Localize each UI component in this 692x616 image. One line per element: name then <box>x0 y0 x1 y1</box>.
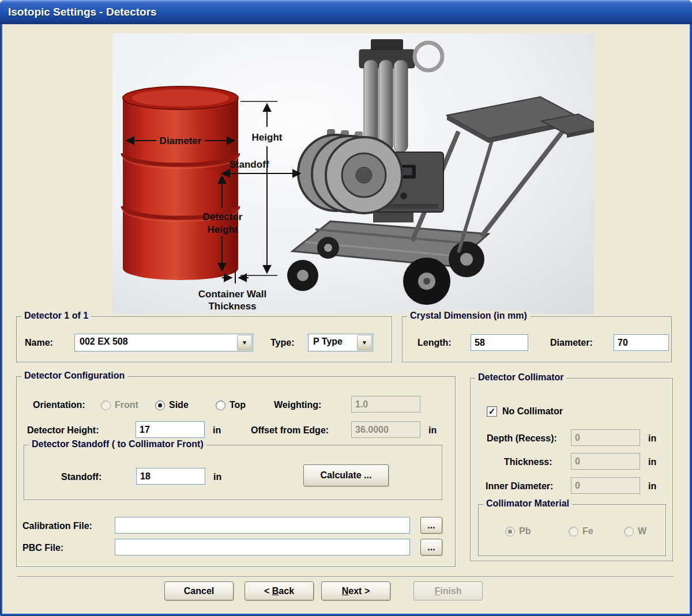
name-combobox-value: 002 EX 508 <box>75 334 236 351</box>
container-wall-label-line1: Container Wall <box>198 289 266 300</box>
detector-height-unit: in <box>213 425 221 436</box>
detector-height-label-line1: Detector <box>203 211 243 222</box>
name-combobox[interactable]: 002 EX 508 ▼ <box>74 334 253 352</box>
standoff-group-title: Detector Standoff ( to Collimator Front) <box>29 439 206 449</box>
calculate-button[interactable]: Calculate ... <box>303 464 389 486</box>
thickness-field <box>571 453 640 470</box>
back-button[interactable]: < Back <box>245 581 314 600</box>
detector-group-title: Detector 1 of 1 <box>21 311 91 321</box>
material-fe-label: Fe <box>582 526 593 536</box>
detector-height-label-line2: Height <box>208 224 238 235</box>
standoff-label: Standoff <box>230 159 269 170</box>
type-combobox[interactable]: P Type ▼ <box>308 334 373 352</box>
material-fe-radio <box>569 527 578 536</box>
next-button[interactable]: Next > <box>321 581 390 600</box>
diameter-label: Diameter <box>160 135 202 146</box>
calibration-browse-button[interactable]: ... <box>420 517 442 534</box>
material-w-radio <box>624 527 634 536</box>
offset-from-edge-field <box>351 421 420 438</box>
checkmark-icon: ✓ <box>488 406 496 417</box>
dialog-window: Isotopic Settings - Detectors <box>0 0 692 616</box>
name-label: Name: <box>25 338 53 348</box>
container-drum-illustration <box>123 86 238 280</box>
crystal-group-title: Crystal Dimension (in mm) <box>407 311 530 321</box>
footer-divider <box>17 576 674 577</box>
crystal-dimension-group: Crystal Dimension (in mm) Length: Diamet… <box>402 316 672 362</box>
title-bar[interactable]: Isotopic Settings - Detectors <box>0 0 692 24</box>
inner-diameter-label: Inner Diameter: <box>486 481 553 492</box>
detector-cart-illustration <box>287 39 594 305</box>
finish-button: Finish <box>413 581 483 600</box>
pbc-file-field[interactable] <box>115 539 410 555</box>
length-label: Length: <box>418 338 452 348</box>
inner-diameter-unit: in <box>648 481 656 492</box>
type-combobox-value: P Type <box>309 334 356 351</box>
window-title: Isotopic Settings - Detectors <box>8 6 157 18</box>
depth-recess-field <box>571 429 640 446</box>
depth-recess-label: Depth (Recess): <box>487 433 557 444</box>
weighting-label: Weighting: <box>274 400 321 410</box>
cancel-button[interactable]: Cancel <box>164 581 234 600</box>
material-group-title: Collimator Material <box>483 498 572 509</box>
dropdown-arrow-icon[interactable]: ▼ <box>357 335 372 350</box>
calibration-file-label: Calibration File: <box>22 521 92 531</box>
length-field[interactable] <box>471 334 528 351</box>
orientation-front-label: Front <box>115 400 138 410</box>
detector-group: Detector 1 of 1 Name: 002 EX 508 ▼ Type:… <box>16 316 392 362</box>
diagram-svg: Diameter Height Standoff Detector Height… <box>112 33 594 314</box>
orientation-top-radio[interactable] <box>216 400 225 410</box>
orientation-top-label[interactable]: Top <box>230 400 246 410</box>
collimator-material-group: Collimator Material Pb Fe W <box>478 504 666 556</box>
detector-height-field[interactable] <box>136 421 205 438</box>
type-label: Type: <box>270 338 294 348</box>
detector-collimator-group: Detector Collimator ✓ No Collimator Dept… <box>470 378 673 561</box>
orientation-side-label[interactable]: Side <box>169 400 189 410</box>
depth-unit: in <box>648 433 656 444</box>
inner-diameter-field <box>571 477 640 494</box>
weighting-field <box>351 396 420 413</box>
detector-height-field-label: Detector Height: <box>27 425 99 436</box>
orientation-side-radio[interactable] <box>155 400 165 410</box>
pbc-file-label: PBC File: <box>22 543 63 553</box>
height-label: Height <box>252 132 283 143</box>
container-wall-label-line2: Thickness <box>208 301 256 312</box>
orientation-label: Orientation: <box>33 400 85 410</box>
dropdown-arrow-icon[interactable]: ▼ <box>237 335 252 350</box>
offset-from-edge-label: Offset from Edge: <box>251 425 329 436</box>
calibration-file-field[interactable] <box>115 517 410 534</box>
standoff-field[interactable] <box>136 468 205 485</box>
configuration-group-title: Detector Configuration <box>21 371 127 381</box>
measurement-diagram: Diameter Height Standoff Detector Height… <box>112 33 594 314</box>
detector-configuration-group: Detector Configuration Orientation: Fron… <box>16 376 456 567</box>
crystal-diameter-field[interactable] <box>614 334 669 351</box>
pbc-browse-button[interactable]: ... <box>420 539 442 555</box>
standoff-field-label: Standoff: <box>61 472 101 482</box>
orientation-front-radio <box>101 400 111 410</box>
material-pb-label: Pb <box>519 526 531 536</box>
no-collimator-checkbox[interactable]: ✓ <box>487 406 497 417</box>
offset-unit: in <box>428 425 437 436</box>
no-collimator-label[interactable]: No Collimator <box>502 406 563 417</box>
material-w-label: W <box>638 526 646 536</box>
crystal-diameter-label: Diameter: <box>550 338 593 348</box>
detector-standoff-group: Detector Standoff ( to Collimator Front)… <box>24 445 442 500</box>
thickness-label: Thickness: <box>504 457 552 467</box>
collimator-group-title: Detector Collimator <box>475 372 566 383</box>
thickness-unit: in <box>648 457 656 467</box>
material-pb-radio <box>505 527 515 536</box>
standoff-unit: in <box>213 472 221 482</box>
